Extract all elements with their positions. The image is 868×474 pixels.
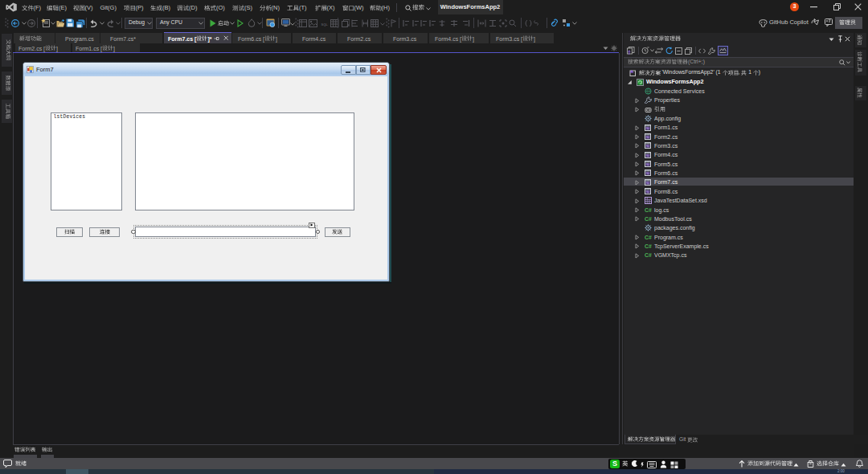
svg-text:C#: C#	[645, 235, 652, 240]
svg-text:C#: C#	[645, 252, 652, 258]
svg-text:C#: C#	[645, 243, 652, 249]
svg-text:C#: C#	[645, 216, 652, 222]
svg-text:C#: C#	[645, 207, 652, 213]
